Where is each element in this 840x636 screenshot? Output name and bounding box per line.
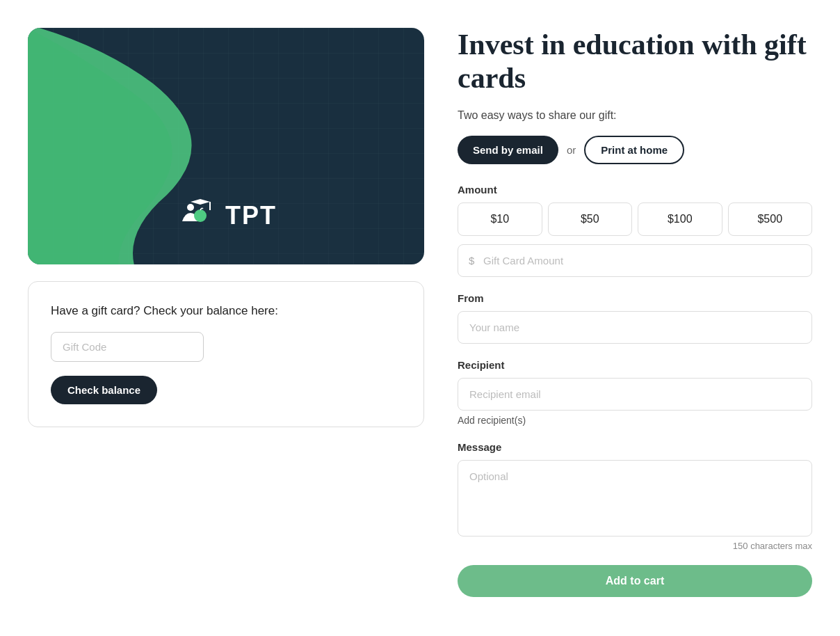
recipient-email-input[interactable] (458, 378, 812, 411)
amount-500-button[interactable]: $500 (728, 202, 813, 236)
dollar-icon: $ (469, 255, 474, 267)
gift-card-amount-input[interactable] (458, 244, 812, 277)
or-label: or (567, 144, 576, 156)
page-layout: TPT Have a gift card? Check your balance… (0, 0, 840, 625)
svg-point-1 (187, 204, 194, 211)
right-column: Invest in education with gift cards Two … (458, 28, 812, 597)
from-label: From (458, 292, 812, 304)
svg-marker-3 (191, 199, 210, 205)
send-by-email-button[interactable]: Send by email (458, 136, 558, 164)
recipient-label: Recipient (458, 359, 812, 371)
page-title: Invest in education with gift cards (458, 28, 812, 95)
amount-10-button[interactable]: $10 (458, 202, 542, 236)
brand-logo: TPT (175, 195, 277, 237)
subtitle: Two easy ways to share our gift: (458, 109, 812, 122)
add-recipients-link[interactable]: Add recipient(s) (458, 415, 812, 426)
your-name-input[interactable] (458, 311, 812, 344)
check-balance-button[interactable]: Check balance (51, 376, 157, 404)
amount-options: $10 $50 $100 $500 (458, 202, 812, 236)
check-balance-title: Have a gift card? Check your balance her… (51, 304, 401, 318)
amount-label: Amount (458, 184, 812, 196)
print-at-home-button[interactable]: Print at home (584, 136, 684, 164)
tpt-icon (175, 195, 217, 237)
message-textarea[interactable] (458, 460, 812, 536)
amount-50-button[interactable]: $50 (548, 202, 633, 236)
gift-card-image: TPT (28, 28, 424, 264)
left-column: TPT Have a gift card? Check your balance… (28, 28, 424, 597)
brand-text: TPT (225, 201, 277, 230)
amount-100-button[interactable]: $100 (638, 202, 722, 236)
add-to-cart-button[interactable]: Add to cart (458, 565, 812, 597)
svg-point-2 (194, 209, 207, 222)
check-balance-box: Have a gift card? Check your balance her… (28, 281, 424, 427)
amount-input-wrap: $ (458, 244, 812, 277)
delivery-options: Send by email or Print at home (458, 136, 812, 164)
gift-code-input[interactable] (51, 332, 204, 362)
char-limit: 150 characters max (458, 541, 812, 551)
message-label: Message (458, 441, 812, 453)
